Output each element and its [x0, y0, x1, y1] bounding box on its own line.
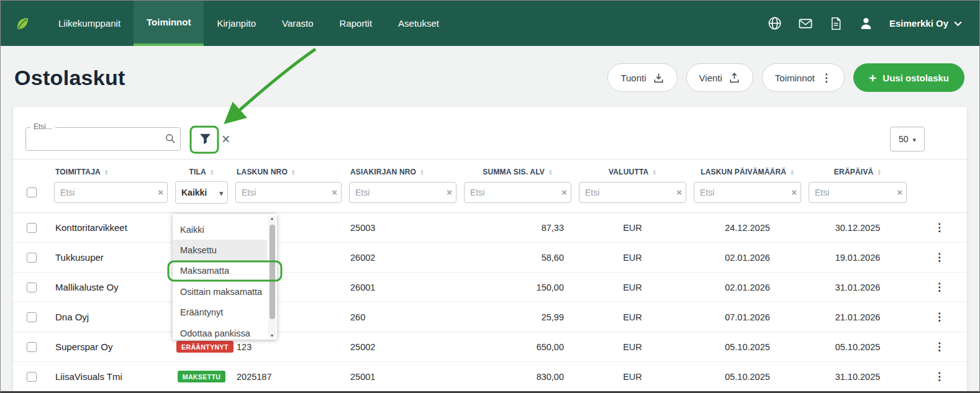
invoice-row[interactable]: Dna Oyj 260 25,99 EUR 07.01.2026 21.01.2… — [13, 302, 968, 332]
filter-toimittaja-input[interactable] — [54, 182, 168, 203]
invoice-row[interactable]: Konttoritarvikkeet 25003 87,33 EUR 24.12… — [13, 213, 968, 243]
search-field: Etsi... — [25, 127, 181, 151]
row-actions-button[interactable] — [934, 251, 945, 263]
sort-icon[interactable] — [210, 169, 214, 176]
nav-item-toiminnot[interactable]: Toiminnot — [134, 1, 204, 46]
row-checkbox[interactable] — [27, 372, 37, 382]
invoices-table: TOIMITTAJA TILA LASKUN NRO ASIAKIRJAN NR… — [13, 159, 968, 392]
nav-item-asetukset[interactable]: Asetukset — [385, 1, 452, 46]
dropdown-option-maksamatta[interactable]: Maksamatta — [173, 261, 267, 281]
filter-summa-input[interactable] — [464, 182, 571, 203]
messages-button[interactable] — [798, 16, 813, 31]
invoice-row[interactable]: Tukkusuper 26002 58,60 EUR 02.01.2026 19… — [13, 243, 968, 273]
page-size-select[interactable]: 50 — [890, 127, 925, 151]
clear-icon[interactable] — [158, 187, 163, 198]
invoice-row[interactable]: Superspar Oy ERÄÄNTYNYT 123 25002 650,00… — [13, 332, 968, 362]
sort-icon[interactable] — [291, 169, 296, 176]
clear-icon[interactable] — [676, 187, 682, 198]
filter-button[interactable] — [193, 127, 217, 151]
company-name: Esimerkki Oy — [889, 18, 948, 29]
row-actions-button[interactable] — [934, 341, 945, 353]
cell-tila: MAKSETTU — [171, 362, 232, 392]
filter-laskun-paivamaara-input[interactable] — [694, 182, 801, 203]
document-icon — [829, 17, 843, 30]
clear-icon[interactable] — [447, 187, 452, 198]
row-checkbox[interactable] — [27, 312, 37, 322]
cell-valuutta: EUR — [575, 362, 690, 392]
row-actions-button[interactable] — [934, 222, 945, 233]
cell-erapaiva: 31.01.2026 — [805, 273, 910, 302]
filter-asiakirjan-nro-input[interactable] — [349, 182, 456, 203]
main-nav: Liikekumppanit Toiminnot Kirjanpito Vara… — [45, 1, 452, 46]
nav-item-varasto[interactable]: Varasto — [269, 1, 327, 46]
sort-icon[interactable] — [652, 169, 656, 176]
cell-erapaiva: 31.10.2025 — [805, 362, 910, 392]
cell-laskun-pvm: 02.01.2026 — [690, 243, 805, 273]
documents-button[interactable] — [829, 17, 843, 30]
row-actions-button[interactable] — [934, 281, 945, 293]
row-checkbox[interactable] — [27, 253, 37, 263]
col-laskun-nro: LASKUN NRO — [237, 168, 288, 176]
row-checkbox[interactable] — [27, 342, 37, 352]
dropdown-option[interactable]: Maksettu — [173, 240, 267, 260]
clear-icon[interactable] — [332, 187, 337, 198]
cell-laskun-nro: 2025187 — [232, 362, 345, 392]
cell-summa: 87,33 — [460, 213, 575, 243]
nav-item-kirjanpito[interactable]: Kirjanpito — [204, 1, 269, 46]
table-filter-row: Kaikki — [13, 180, 968, 213]
language-button[interactable] — [768, 16, 782, 30]
clear-search-icon[interactable] — [222, 132, 230, 147]
scroll-up-icon[interactable] — [270, 216, 274, 220]
row-actions-button[interactable] — [934, 371, 945, 382]
scroll-down-icon[interactable] — [270, 333, 274, 338]
profile-button[interactable] — [859, 16, 873, 30]
chevron-down-icon — [219, 187, 223, 197]
scrollbar-thumb[interactable] — [270, 225, 275, 319]
sort-icon[interactable] — [104, 169, 109, 176]
list-toolbar: Etsi... 50 — [13, 107, 967, 159]
tila-filter-select[interactable]: Kaikki — [175, 181, 228, 204]
row-checkbox[interactable] — [27, 223, 37, 233]
cell-summa: 58,60 — [460, 243, 575, 273]
sort-icon[interactable] — [548, 169, 553, 176]
leaf-icon — [14, 16, 30, 32]
sort-icon[interactable] — [877, 169, 881, 176]
filter-erapaiva-input[interactable] — [809, 182, 907, 203]
company-menu[interactable]: Esimerkki Oy — [889, 18, 962, 29]
clear-icon[interactable] — [897, 187, 902, 198]
dropdown-option[interactable]: Erääntynyt — [173, 302, 267, 323]
invoice-row[interactable]: Mallikaluste Oy 26001 150,00 EUR 02.01.2… — [13, 273, 968, 302]
sort-icon[interactable] — [420, 169, 424, 176]
cell-valuutta: EUR — [575, 273, 690, 302]
cell-asiakirjan-nro: 25002 — [345, 332, 460, 362]
actions-menu-button[interactable]: Toiminnot — [762, 63, 845, 92]
cell-summa: 650,00 — [460, 332, 575, 362]
nav-item-raportit[interactable]: Raportit — [327, 1, 386, 46]
row-actions-button[interactable] — [934, 311, 945, 323]
clear-icon[interactable] — [561, 187, 567, 198]
app-logo[interactable] — [1, 1, 45, 46]
cell-laskun-pvm: 02.01.2026 — [690, 273, 805, 302]
sort-icon[interactable] — [790, 169, 794, 176]
cell-summa: 830,00 — [460, 362, 575, 392]
dropdown-scrollbar[interactable] — [268, 216, 276, 338]
dropdown-option[interactable]: Odottaa pankissa — [173, 323, 267, 340]
search-icon — [165, 133, 176, 144]
dropdown-option[interactable]: Osittain maksamatta — [173, 281, 267, 302]
col-erapaiva: ERÄPÄIVÄ — [834, 168, 874, 176]
import-button[interactable]: Tuonti — [607, 63, 677, 92]
row-checkbox[interactable] — [27, 282, 37, 292]
cell-valuutta: EUR — [575, 243, 690, 273]
export-button[interactable]: Vienti — [686, 63, 753, 92]
clear-icon[interactable] — [791, 187, 797, 198]
filter-laskun-nro-input[interactable] — [235, 182, 342, 203]
filter-valuutta-input[interactable] — [579, 182, 686, 203]
cell-toimittaja: Dna Oyj — [50, 302, 171, 332]
nav-item-liikekumppanit[interactable]: Liikekumppanit — [45, 1, 134, 46]
invoice-row[interactable]: LiisaVisuals Tmi MAKSETTU 2025187 25001 … — [13, 362, 968, 392]
cell-valuutta: EUR — [575, 332, 690, 362]
new-invoice-button[interactable]: Uusi ostolasku — [853, 63, 964, 92]
dropdown-option[interactable]: Kaikki — [173, 219, 267, 240]
select-all-checkbox[interactable] — [27, 187, 37, 197]
cell-summa: 150,00 — [460, 273, 575, 302]
